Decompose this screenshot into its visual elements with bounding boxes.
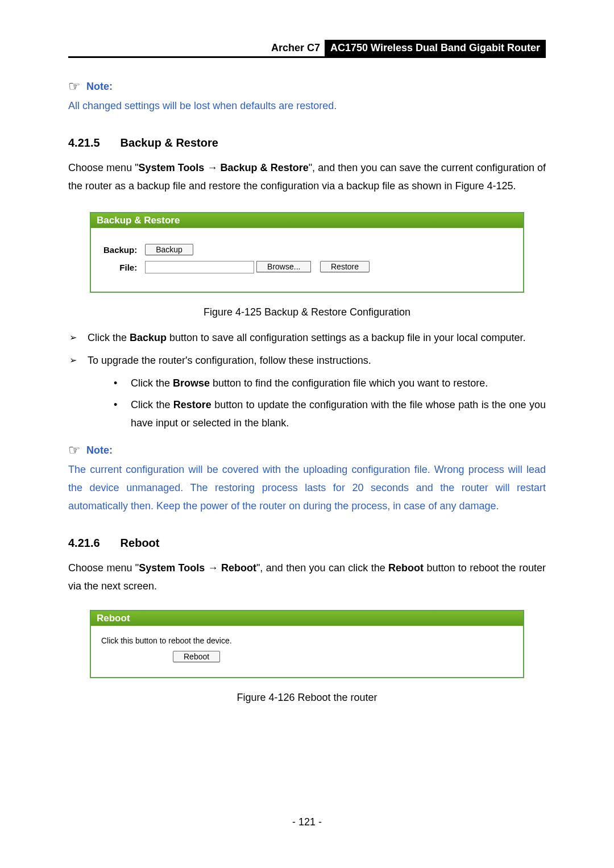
note-2-body: The current configuration will be covere… bbox=[68, 460, 546, 515]
panel-title: Backup & Restore bbox=[91, 213, 523, 228]
page-header: Archer C7 AC1750 Wireless Dual Band Giga… bbox=[68, 40, 546, 58]
file-path-input[interactable] bbox=[145, 261, 254, 273]
figure2-caption: Figure 4-126 Reboot the router bbox=[68, 692, 546, 704]
text-bold: Reboot bbox=[221, 562, 256, 574]
text-arrow: → bbox=[205, 562, 221, 574]
restore-button[interactable]: Restore bbox=[320, 261, 370, 272]
text-bold: Restore bbox=[173, 399, 211, 410]
section2-paragraph: Choose menu "System Tools → Reboot", and… bbox=[68, 559, 546, 595]
section1-paragraph: Choose menu "System Tools → Backup & Res… bbox=[68, 159, 546, 195]
text-bold: Reboot bbox=[388, 562, 424, 574]
pointing-hand-icon: ☞ bbox=[68, 443, 81, 457]
text-bold: Backup & Restore bbox=[221, 162, 309, 173]
header-product: AC1750 Wireless Dual Band Gigabit Router bbox=[325, 40, 546, 56]
text: button to save all configuration setting… bbox=[167, 332, 525, 343]
note-1: ☞ Note: bbox=[68, 80, 546, 93]
section-number: 4.21.6 bbox=[68, 537, 100, 550]
list-item: Click the Restore button to update the c… bbox=[107, 396, 546, 432]
list-item: To upgrade the router's configuration, f… bbox=[68, 351, 546, 432]
text: To upgrade the router's configuration, f… bbox=[88, 355, 371, 366]
note-1-body: All changed settings will be lost when d… bbox=[68, 97, 546, 115]
browse-button[interactable]: Browse... bbox=[256, 261, 311, 272]
reboot-hint: Click this button to reboot the device. bbox=[99, 636, 515, 645]
text-arrow: → bbox=[204, 162, 220, 173]
section-title: Reboot bbox=[121, 537, 160, 550]
instruction-list: Click the Backup button to save all conf… bbox=[68, 329, 546, 432]
reboot-button[interactable]: Reboot bbox=[173, 651, 220, 662]
text-bold: System Tools bbox=[139, 562, 205, 574]
list-item: Click the Backup button to save all conf… bbox=[68, 329, 546, 347]
panel-body: Backup: Backup File: Browse... Restore bbox=[91, 228, 523, 292]
list-item: Click the Browse button to find the conf… bbox=[107, 374, 546, 392]
page-number: - 121 - bbox=[0, 816, 614, 828]
figure-reboot: Reboot Click this button to reboot the d… bbox=[90, 610, 524, 678]
section-number: 4.21.5 bbox=[68, 136, 100, 149]
section-heading-backup-restore: 4.21.5 Backup & Restore bbox=[68, 136, 546, 149]
text: Click the bbox=[88, 332, 130, 343]
figure1-caption: Figure 4-125 Backup & Restore Configurat… bbox=[68, 306, 546, 318]
text: Click the bbox=[131, 399, 173, 410]
text-bold: Browse bbox=[173, 377, 210, 389]
note-2: ☞ Note: bbox=[68, 443, 546, 457]
text: Click the bbox=[131, 377, 173, 389]
text: Choose menu " bbox=[68, 562, 139, 574]
text-bold: Backup bbox=[130, 332, 167, 343]
backup-button[interactable]: Backup bbox=[145, 244, 193, 255]
note-2-label: Note: bbox=[86, 445, 113, 456]
sub-list: Click the Browse button to find the conf… bbox=[88, 374, 546, 432]
text: Choose menu " bbox=[68, 162, 139, 173]
text-bold: System Tools bbox=[139, 162, 205, 173]
note-1-label: Note: bbox=[86, 81, 113, 93]
pointing-hand-icon: ☞ bbox=[68, 80, 81, 93]
panel-body: Click this button to reboot the device. … bbox=[91, 626, 523, 677]
file-label: File: bbox=[100, 259, 140, 276]
text: ", and then you can click the bbox=[256, 562, 388, 574]
header-model: Archer C7 bbox=[267, 40, 325, 56]
section-heading-reboot: 4.21.6 Reboot bbox=[68, 537, 546, 550]
text: button to find the configuration file wh… bbox=[210, 377, 488, 389]
panel-title: Reboot bbox=[91, 611, 523, 626]
figure-backup-restore: Backup & Restore Backup: Backup File: Br… bbox=[90, 212, 524, 293]
section-title: Backup & Restore bbox=[121, 136, 218, 149]
backup-label: Backup: bbox=[100, 242, 140, 258]
